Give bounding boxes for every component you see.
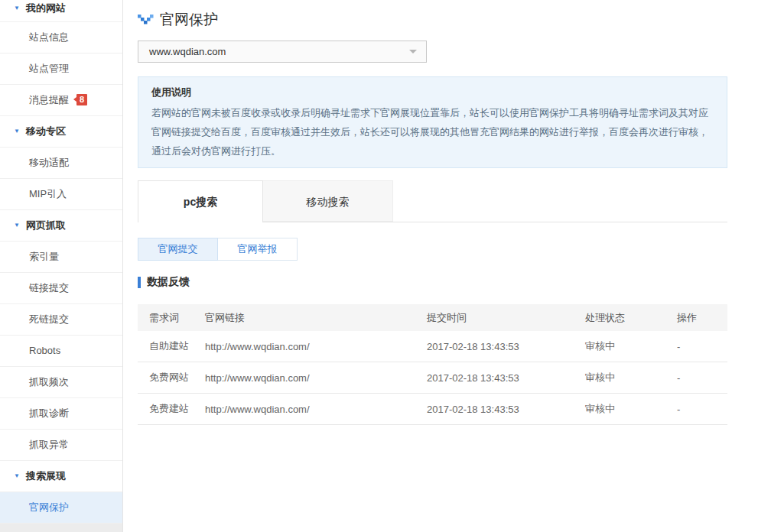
table-header-cell: 提交时间 bbox=[427, 304, 585, 331]
subtab-report[interactable]: 官网举报 bbox=[217, 238, 298, 261]
sidebar-item[interactable]: 消息提醒8 bbox=[0, 85, 122, 116]
table-header-cell: 需求词 bbox=[138, 304, 205, 331]
table-cell: 免费网站 bbox=[138, 362, 205, 394]
table-row: 免费网站http://www.wqdian.com/2017-02-18 13:… bbox=[138, 362, 727, 394]
subtabs: 官网提交官网举报 bbox=[138, 238, 727, 261]
sidebar-label: 死链提交 bbox=[29, 313, 69, 325]
sidebar-item[interactable]: MIP引入 bbox=[0, 179, 122, 210]
sidebar-label: 我的网站 bbox=[26, 2, 66, 14]
sidebar-label: 移动专区 bbox=[26, 125, 66, 137]
table-cell: 审核中 bbox=[585, 394, 677, 425]
sidebar-item[interactable]: 索引量 bbox=[0, 242, 122, 273]
table-header-cell: 处理状态 bbox=[585, 304, 677, 331]
sidebar-item[interactable]: 抓取诊断 bbox=[0, 398, 122, 430]
sidebar-label: 站点信息 bbox=[29, 31, 69, 43]
sidebar-item[interactable]: 移动适配 bbox=[0, 148, 122, 179]
usage-notice: 使用说明 若网站的官网未被百度收录或收录后明确寻址需求下官网展现位置靠后，站长可… bbox=[138, 76, 727, 168]
table-cell: 自助建站 bbox=[138, 331, 205, 362]
page-header: 官网保护 bbox=[138, 0, 727, 30]
table-cell: 2017-02-18 13:43:53 bbox=[427, 362, 585, 394]
tab-pc-search[interactable]: pc搜索 bbox=[138, 180, 263, 222]
sidebar-group[interactable]: ▼我的网站 bbox=[0, 0, 122, 22]
sidebar: ▼我的网站站点信息站点管理消息提醒8▼移动专区移动适配MIP引入▼网页抓取索引量… bbox=[0, 0, 123, 532]
sidebar-item[interactable]: 链接提交 bbox=[0, 273, 122, 304]
section-accent-bar bbox=[138, 277, 141, 288]
table-header-cell: 官网链接 bbox=[205, 304, 427, 331]
tab-mobile-search[interactable]: 移动搜索 bbox=[263, 180, 393, 222]
table-header-cell: 操作 bbox=[677, 304, 727, 331]
table-row: 自助建站http://www.wqdian.com/2017-02-18 13:… bbox=[138, 331, 727, 362]
sidebar-label: 消息提醒 bbox=[29, 94, 69, 105]
table-cell: 审核中 bbox=[585, 362, 677, 394]
notice-body: 若网站的官网未被百度收录或收录后明确寻址需求下官网展现位置靠后，站长可以使用官网… bbox=[151, 103, 714, 161]
sidebar-label: 网页抓取 bbox=[26, 219, 66, 231]
sidebar-label: 抓取频次 bbox=[29, 376, 69, 388]
sidebar-label: 抓取诊断 bbox=[29, 407, 69, 419]
sidebar-label: 索引量 bbox=[29, 251, 59, 262]
feedback-table: 需求词官网链接提交时间处理状态操作 自助建站http://www.wqdian.… bbox=[138, 304, 727, 425]
table-cell: http://www.wqdian.com/ bbox=[205, 362, 427, 394]
sidebar-label: 站点管理 bbox=[29, 63, 69, 74]
table-cell: 2017-02-18 13:43:53 bbox=[427, 331, 585, 362]
table-cell: - bbox=[677, 394, 727, 425]
sidebar-item[interactable]: 抓取异常 bbox=[0, 430, 122, 461]
table-cell: - bbox=[677, 362, 727, 394]
sidebar-next-item-partial bbox=[0, 524, 122, 532]
chevron-down-icon bbox=[409, 50, 417, 54]
triangle-down-icon: ▼ bbox=[14, 210, 20, 241]
search-tabs: pc搜索移动搜索 bbox=[138, 180, 727, 222]
sidebar-group[interactable]: ▼网页抓取 bbox=[0, 210, 122, 242]
triangle-down-icon: ▼ bbox=[14, 0, 20, 17]
main-content: 官网保护 www.wqdian.com 使用说明 若网站的官网未被百度收录或收录… bbox=[123, 0, 758, 532]
triangle-down-icon: ▼ bbox=[14, 116, 20, 147]
table-header-row: 需求词官网链接提交时间处理状态操作 bbox=[138, 304, 727, 331]
sidebar-label: MIP引入 bbox=[29, 188, 67, 200]
sidebar-item[interactable]: 抓取频次 bbox=[0, 367, 122, 398]
subtab-submit[interactable]: 官网提交 bbox=[138, 238, 218, 261]
sidebar-nav: ▼我的网站站点信息站点管理消息提醒8▼移动专区移动适配MIP引入▼网页抓取索引量… bbox=[0, 0, 122, 524]
sidebar-label: Robots bbox=[29, 345, 60, 356]
table-cell: 2017-02-18 13:43:53 bbox=[427, 394, 585, 425]
table-cell: http://www.wqdian.com/ bbox=[205, 394, 427, 425]
sidebar-label: 官网保护 bbox=[29, 501, 69, 513]
sidebar-item[interactable]: Robots bbox=[0, 336, 122, 367]
sidebar-label: 抓取异常 bbox=[29, 439, 69, 450]
section-title: 数据反馈 bbox=[138, 275, 727, 289]
section-title-text: 数据反馈 bbox=[147, 275, 190, 289]
sidebar-label: 移动适配 bbox=[29, 157, 69, 168]
page-title: 官网保护 bbox=[160, 10, 218, 30]
sidebar-label: 搜索展现 bbox=[26, 470, 66, 482]
table-cell: - bbox=[677, 331, 727, 362]
table-cell: 审核中 bbox=[585, 331, 677, 362]
site-selector-value: www.wqdian.com bbox=[138, 41, 426, 62]
sidebar-group[interactable]: ▼搜索展现 bbox=[0, 461, 122, 492]
sidebar-item[interactable]: 官网保护 bbox=[0, 492, 122, 524]
sidebar-item[interactable]: 站点信息 bbox=[0, 22, 122, 54]
sidebar-item[interactable]: 死链提交 bbox=[0, 304, 122, 336]
table-row: 免费建站http://www.wqdian.com/2017-02-18 13:… bbox=[138, 394, 727, 425]
v-logo-icon bbox=[138, 15, 154, 25]
page: ▼我的网站站点信息站点管理消息提醒8▼移动专区移动适配MIP引入▼网页抓取索引量… bbox=[0, 0, 758, 532]
sidebar-label: 链接提交 bbox=[29, 282, 69, 294]
site-selector[interactable]: www.wqdian.com bbox=[138, 41, 427, 63]
triangle-down-icon: ▼ bbox=[14, 461, 20, 491]
notice-title: 使用说明 bbox=[151, 86, 714, 99]
sidebar-item[interactable]: 站点管理 bbox=[0, 54, 122, 85]
table-cell: http://www.wqdian.com/ bbox=[205, 331, 427, 362]
sidebar-group[interactable]: ▼移动专区 bbox=[0, 116, 122, 148]
notification-badge: 8 bbox=[76, 94, 87, 105]
table-cell: 免费建站 bbox=[138, 394, 205, 425]
